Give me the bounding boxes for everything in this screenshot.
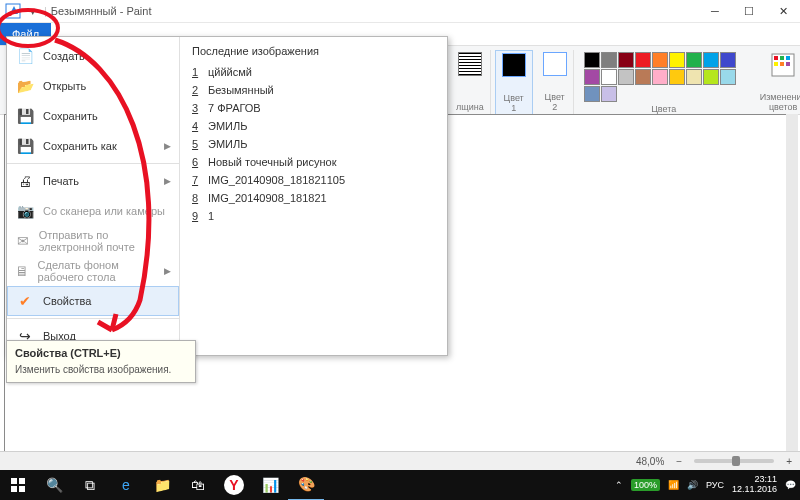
recent-number: 8 (192, 192, 202, 204)
app-icon (4, 2, 22, 20)
color-swatch[interactable] (652, 69, 668, 85)
language-indicator[interactable]: РУС (706, 480, 724, 490)
taskbar: 🔍 ⧉ e 📁 🛍 Y 📊 🎨 ⌃ 100% 📶 🔊 РУС 23:11 12.… (0, 470, 800, 500)
color-swatch[interactable] (635, 52, 651, 68)
zoom-slider[interactable] (694, 459, 774, 463)
qat-dropdown-icon[interactable]: ▾ (26, 5, 40, 18)
svg-rect-7 (780, 62, 784, 66)
color1-label: Цвет 1 (504, 93, 524, 115)
color-swatch[interactable] (686, 52, 702, 68)
color-swatch[interactable] (669, 69, 685, 85)
saveas-icon: 💾 (15, 136, 35, 156)
svg-rect-5 (786, 56, 790, 60)
color-swatch[interactable] (720, 69, 736, 85)
palette-group: Цвета (578, 50, 750, 114)
color-swatch[interactable] (703, 52, 719, 68)
recent-file[interactable]: 1цйййсмй (192, 63, 435, 81)
paint-taskbar-icon[interactable]: 🎨 (288, 469, 324, 500)
recent-number: 1 (192, 66, 202, 78)
notifications-icon[interactable]: 💬 (785, 480, 796, 490)
clock[interactable]: 23:11 12.11.2016 (732, 475, 777, 495)
recent-number: 3 (192, 102, 202, 114)
thickness-icon (458, 52, 482, 76)
recent-file[interactable]: 2Безымянный (192, 81, 435, 99)
task-view-icon[interactable]: ⧉ (72, 470, 108, 500)
recent-file[interactable]: 6Новый точечный рисунок (192, 153, 435, 171)
search-icon[interactable]: 🔍 (36, 470, 72, 500)
color-swatch[interactable] (652, 52, 668, 68)
color-swatch[interactable] (618, 52, 634, 68)
file-menu-item-label: Свойства (43, 295, 91, 307)
svg-rect-13 (19, 486, 25, 492)
file-menu-props[interactable]: ✔Свойства (7, 286, 179, 316)
color-swatch[interactable] (703, 69, 719, 85)
yandex-icon[interactable]: Y (224, 475, 244, 495)
recent-file[interactable]: 4ЭМИЛЬ (192, 117, 435, 135)
vertical-scrollbar[interactable] (786, 114, 798, 452)
mail-icon: ✉ (15, 231, 31, 251)
recent-name: 7 ФРАГОВ (208, 102, 261, 114)
color2-swatch (543, 52, 567, 76)
color-swatch[interactable] (584, 69, 600, 85)
explorer-icon[interactable]: 📁 (144, 470, 180, 500)
recent-file[interactable]: 37 ФРАГОВ (192, 99, 435, 117)
start-button[interactable] (0, 470, 36, 500)
color1-button[interactable]: Цвет 1 (495, 50, 533, 116)
recent-number: 6 (192, 156, 202, 168)
color-swatch[interactable] (601, 52, 617, 68)
new-icon: 📄 (15, 46, 35, 66)
color-swatch[interactable] (601, 86, 617, 102)
recent-file[interactable]: 8IMG_20140908_181821 (192, 189, 435, 207)
svg-rect-6 (774, 62, 778, 66)
taskbar-app-1[interactable]: 📊 (252, 470, 288, 500)
color-swatch[interactable] (584, 86, 600, 102)
recent-number: 5 (192, 138, 202, 150)
recent-file[interactable]: 5ЭМИЛЬ (192, 135, 435, 153)
color-swatch[interactable] (720, 52, 736, 68)
recent-name: IMG_20140908_181821 (208, 192, 327, 204)
battery-icon[interactable]: 100% (631, 479, 660, 491)
system-tray: ⌃ 100% 📶 🔊 РУС 23:11 12.11.2016 💬 (615, 475, 800, 495)
recent-number: 7 (192, 174, 202, 186)
color-swatch[interactable] (618, 69, 634, 85)
edit-colors-button[interactable]: Изменение цветов (754, 50, 800, 114)
recent-name: 1 (208, 210, 214, 222)
tray-up-icon[interactable]: ⌃ (615, 480, 623, 490)
file-menu-item-label: Сделать фоном рабочего стола (38, 259, 156, 283)
file-menu-saveas[interactable]: 💾Сохранить как▶ (7, 131, 179, 161)
thickness-group[interactable]: лщина (450, 50, 491, 114)
wifi-icon[interactable]: 📶 (668, 480, 679, 490)
zoom-in-button[interactable]: + (786, 456, 792, 467)
recent-heading: Последние изображения (192, 45, 435, 57)
thickness-label: лщина (456, 102, 484, 114)
minimize-button[interactable]: ─ (698, 0, 732, 22)
color-swatch[interactable] (584, 52, 600, 68)
file-menu-print[interactable]: 🖨Печать▶ (7, 163, 179, 196)
color-swatch[interactable] (686, 69, 702, 85)
recent-name: цйййсмй (208, 66, 252, 78)
recent-number: 9 (192, 210, 202, 222)
file-menu-item-label: Открыть (43, 80, 86, 92)
store-icon[interactable]: 🛍 (180, 470, 216, 500)
zoom-out-button[interactable]: − (676, 456, 682, 467)
svg-rect-8 (786, 62, 790, 66)
svg-rect-11 (19, 478, 25, 484)
color-swatch[interactable] (635, 69, 651, 85)
maximize-button[interactable]: ☐ (732, 0, 766, 22)
color-swatch[interactable] (669, 52, 685, 68)
recent-file[interactable]: 91 (192, 207, 435, 225)
color2-button[interactable]: Цвет 2 (537, 50, 574, 114)
svg-rect-10 (11, 478, 17, 484)
close-button[interactable]: ✕ (766, 0, 800, 22)
volume-icon[interactable]: 🔊 (687, 480, 698, 490)
file-menu-open[interactable]: 📂Открыть (7, 71, 179, 101)
recent-file[interactable]: 7IMG_20140908_181821105 (192, 171, 435, 189)
file-menu-new[interactable]: 📄Создать (7, 41, 179, 71)
edge-icon[interactable]: e (108, 470, 144, 500)
file-menu-save[interactable]: 💾Сохранить (7, 101, 179, 131)
recent-number: 2 (192, 84, 202, 96)
svg-rect-12 (11, 486, 17, 492)
color-swatch[interactable] (601, 69, 617, 85)
file-menu-commands: 📄Создать📂Открыть💾Сохранить💾Сохранить как… (7, 37, 179, 355)
file-menu-item-label: Со сканера или камеры (43, 205, 165, 217)
